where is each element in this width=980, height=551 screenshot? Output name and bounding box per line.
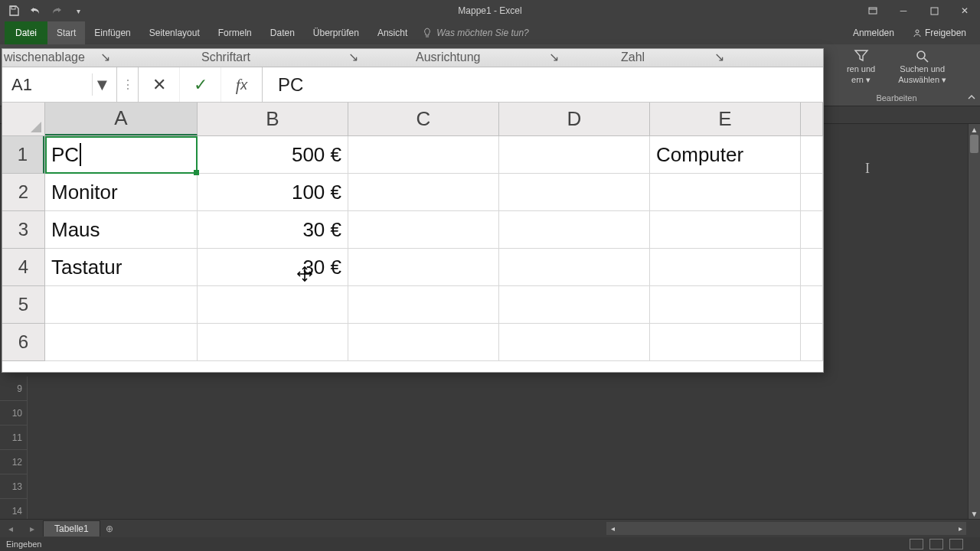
sheet-nav-prev-icon[interactable]: ◂ [0, 523, 21, 534]
redo-icon[interactable] [49, 3, 64, 18]
share-button[interactable]: Freigeben [905, 28, 974, 38]
col-header-A[interactable]: A [45, 103, 198, 135]
tab-view[interactable]: Ansicht [368, 21, 416, 44]
row-header[interactable]: 13 [0, 474, 28, 499]
vertical-scrollbar[interactable]: ▲ ▼ [968, 124, 980, 519]
cell-E5[interactable] [650, 286, 801, 324]
worksheet-grid[interactable]: A B C D E 1 2 3 4 5 6 PC 500 € Computer [2, 103, 823, 372]
row-header[interactable]: 11 [0, 425, 28, 450]
view-page-break-icon[interactable] [949, 539, 963, 549]
cell-B4[interactable]: 30 € [198, 249, 348, 286]
close-button[interactable]: ✕ [949, 0, 980, 21]
scroll-up-icon[interactable]: ▲ [969, 124, 980, 135]
scroll-right-icon[interactable]: ▸ [954, 524, 966, 533]
ribbon-display-options-icon[interactable] [858, 0, 888, 21]
row-header[interactable]: 9 [0, 377, 28, 401]
cell-D6[interactable] [499, 324, 650, 361]
minimize-button[interactable]: ─ [888, 0, 919, 21]
maximize-button[interactable] [919, 0, 949, 21]
view-normal-icon[interactable] [910, 539, 923, 549]
cell-C5[interactable] [348, 286, 499, 324]
row-header-5[interactable]: 5 [2, 286, 44, 324]
row-header-4[interactable]: 4 [2, 249, 44, 286]
view-page-layout-icon[interactable] [929, 539, 943, 549]
cell-B6[interactable] [198, 324, 348, 361]
insert-function-icon[interactable]: fx [221, 67, 263, 102]
row-header[interactable]: 12 [0, 450, 28, 474]
dialog-launcher-icon[interactable]: ↘ [714, 49, 724, 66]
tab-page-layout[interactable]: Seitenlayout [140, 21, 209, 44]
col-header-B[interactable]: B [198, 103, 348, 135]
cell-A4[interactable]: Tastatur [45, 249, 198, 286]
cell-E4[interactable] [650, 249, 801, 286]
col-header-E[interactable]: E [650, 103, 801, 135]
cell-E2[interactable] [650, 174, 801, 211]
col-header-partial[interactable] [801, 103, 823, 135]
row-header-6[interactable]: 6 [2, 324, 44, 361]
tell-me-search[interactable]: Was möchten Sie tun? [416, 21, 535, 44]
scroll-left-icon[interactable]: ◂ [606, 524, 619, 533]
tab-home[interactable]: Start [47, 21, 85, 44]
cell-E6[interactable] [650, 324, 801, 361]
cell-A3[interactable]: Maus [45, 211, 198, 249]
cell-C3[interactable] [348, 211, 499, 249]
cell-F6[interactable] [801, 324, 823, 361]
cell-C4[interactable] [348, 249, 499, 286]
row-header-3[interactable]: 3 [2, 211, 44, 249]
tab-insert[interactable]: Einfügen [85, 21, 139, 44]
cell-F3[interactable] [801, 211, 823, 249]
tab-formulas[interactable]: Formeln [209, 21, 261, 44]
cell-B1[interactable]: 500 € [198, 136, 348, 174]
col-header-D[interactable]: D [499, 103, 650, 135]
cell-B3[interactable]: 30 € [198, 211, 348, 249]
cell-C6[interactable] [348, 324, 499, 361]
cell-E1[interactable]: Computer [650, 136, 801, 174]
horizontal-scrollbar[interactable]: ◂ ▸ [606, 522, 966, 535]
cell-D3[interactable] [499, 211, 650, 249]
sign-in-link[interactable]: Anmelden [845, 28, 902, 38]
cell-A1[interactable]: PC [45, 136, 198, 174]
cell-A5[interactable] [45, 286, 198, 324]
tab-file[interactable]: Datei [5, 21, 47, 44]
name-box[interactable]: A1 ▼ [2, 67, 117, 102]
select-all-corner[interactable] [2, 103, 45, 136]
cell-D1[interactable] [499, 136, 650, 174]
save-icon[interactable] [6, 3, 21, 18]
dialog-launcher-icon[interactable]: ↘ [549, 49, 559, 66]
cell-F1[interactable] [801, 136, 823, 174]
tab-data[interactable]: Daten [261, 21, 304, 44]
find-select-button[interactable]: Suchen und Auswählen ▾ [898, 49, 946, 85]
dialog-launcher-icon[interactable]: ↘ [348, 49, 358, 66]
cell-C2[interactable] [348, 174, 499, 211]
name-box-dropdown-icon[interactable]: ▼ [92, 73, 112, 96]
cell-D4[interactable] [499, 249, 650, 286]
row-header[interactable]: 10 [0, 401, 28, 425]
cancel-edit-icon[interactable]: ✕ [139, 67, 180, 102]
dialog-launcher-icon[interactable]: ↘ [100, 49, 110, 66]
scroll-thumb[interactable] [970, 135, 978, 153]
cell-C1[interactable] [348, 136, 499, 174]
cell-F4[interactable] [801, 249, 823, 286]
cell-F5[interactable] [801, 286, 823, 324]
cell-F2[interactable] [801, 174, 823, 211]
col-header-C[interactable]: C [348, 103, 499, 135]
formula-input[interactable]: PC [263, 67, 823, 102]
customize-qat-icon[interactable]: ▾ [70, 3, 86, 18]
cell-B2[interactable]: 100 € [198, 174, 348, 211]
cell-A6[interactable] [45, 324, 198, 361]
sheet-tab-active[interactable]: Tabelle1 [43, 520, 100, 536]
sort-filter-button[interactable]: ren und ern ▾ [847, 49, 875, 85]
cell-A2[interactable]: Monitor [45, 174, 198, 211]
scroll-down-icon[interactable]: ▼ [969, 508, 980, 519]
cell-B5[interactable] [198, 286, 348, 324]
tab-review[interactable]: Überprüfen [304, 21, 368, 44]
new-sheet-button[interactable]: ⊕ [100, 523, 119, 534]
confirm-edit-icon[interactable]: ✓ [180, 67, 221, 102]
row-header-1[interactable]: 1 [2, 136, 44, 174]
hscroll-track[interactable] [619, 524, 954, 533]
cell-E3[interactable] [650, 211, 801, 249]
undo-icon[interactable] [28, 3, 43, 18]
collapse-ribbon-icon[interactable] [965, 90, 978, 104]
row-header-2[interactable]: 2 [2, 174, 44, 211]
cell-D2[interactable] [499, 174, 650, 211]
